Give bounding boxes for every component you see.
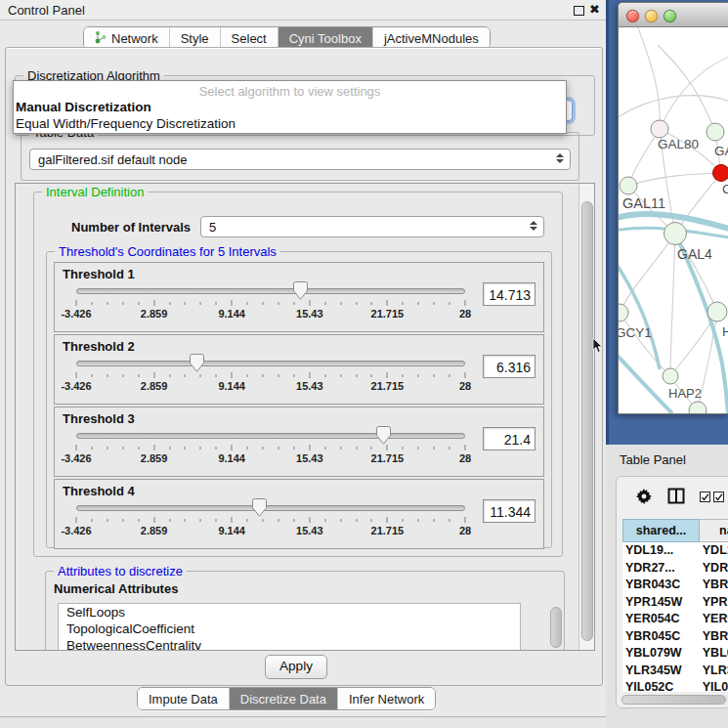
list-scrollbar[interactable] (550, 605, 562, 651)
cell-name[interactable]: YBL0 (699, 645, 728, 663)
tab-cyni-toolbox[interactable]: Cyni Toolbox (278, 27, 373, 49)
attribute-list-item[interactable]: BetweennessCentrality (59, 637, 520, 651)
threshold-value-field[interactable]: 11.344 (483, 499, 535, 523)
cell-shared-name[interactable]: YLR345W (622, 663, 699, 680)
tab-jactivemnodules[interactable]: jActiveMNodules (373, 27, 490, 49)
cell-name[interactable]: YBR0 (699, 577, 728, 594)
threshold-slider[interactable]: -3.4262.8599.14415.4321.71528 (76, 499, 465, 544)
tab-label: Impute Data (149, 692, 218, 707)
cell-name[interactable]: YER0 (699, 611, 728, 628)
attribute-list-item[interactable]: TopologicalCoefficient (59, 621, 520, 637)
list-scrollbar-thumb[interactable] (550, 607, 562, 648)
table-row[interactable]: YLR345WYLR3 (622, 663, 728, 680)
slider-thumb[interactable] (376, 426, 391, 445)
table-data-select[interactable]: galFiltered.sif default node (29, 149, 571, 170)
table-row[interactable]: YPR145WYPR1 (622, 594, 728, 612)
tick-mark (278, 302, 278, 305)
network-nodes[interactable] (619, 120, 728, 413)
tab-network[interactable]: Network (84, 27, 170, 49)
network-canvas[interactable]: GAL80GACGAL11GAL4GCY1HHAP2 (619, 27, 728, 413)
threshold-value-field[interactable]: 6.316 (483, 355, 535, 378)
slider-thumb[interactable] (293, 281, 308, 300)
slider-track[interactable] (76, 288, 465, 294)
slider-thumb[interactable] (190, 354, 204, 372)
checkbox-icon[interactable] (713, 492, 725, 503)
column-header-shared[interactable]: shared... (622, 519, 700, 542)
cell-shared-name[interactable]: YBL079W (622, 645, 699, 663)
bottom-tab-impute-data[interactable]: Impute Data (138, 688, 230, 709)
table-row[interactable]: YBR045CYBR0 (622, 628, 728, 646)
tick-mark (91, 302, 92, 305)
tick-mark (200, 519, 201, 522)
zoom-traffic-light[interactable] (664, 10, 676, 22)
tab-select[interactable]: Select (221, 27, 278, 49)
vertical-scrollbar-thumb[interactable] (581, 201, 593, 641)
slider-thumb[interactable] (252, 498, 267, 517)
cell-name[interactable]: YDR2 (699, 560, 728, 578)
tick-mark (403, 374, 404, 377)
column-header-name[interactable]: na (700, 519, 728, 542)
horizontal-scrollbar-thumb[interactable] (621, 695, 726, 705)
threshold-slider[interactable]: -3.4262.8599.14415.4321.71528 (76, 427, 465, 472)
gear-icon[interactable] (636, 489, 652, 504)
close-traffic-light[interactable] (626, 10, 639, 22)
slider-track[interactable] (76, 361, 465, 366)
network-node[interactable] (619, 304, 628, 321)
cell-name[interactable]: YDL1 (699, 542, 728, 560)
float-window-icon[interactable] (574, 6, 584, 16)
table-row[interactable]: YIL052CYIL0 (622, 679, 728, 692)
bottom-tab-discretize-data[interactable]: Discretize Data (230, 688, 338, 709)
table-row[interactable]: YER054CYER0 (622, 611, 728, 628)
network-node[interactable] (707, 123, 724, 141)
column-layout-icon[interactable] (667, 488, 685, 504)
tick-mark (450, 302, 450, 305)
attribute-list-item[interactable]: SelfLoops (59, 604, 520, 621)
network-window-titlebar[interactable] (619, 3, 728, 27)
network-node[interactable] (713, 165, 728, 182)
cell-shared-name[interactable]: YBR045C (622, 628, 699, 646)
cell-shared-name[interactable]: YPR145W (622, 594, 699, 612)
cell-shared-name[interactable]: YIL052C (622, 679, 699, 692)
tick-mark (216, 374, 217, 377)
popup-item-manual-discretization[interactable]: Manual Discretization (14, 99, 566, 115)
table-row[interactable]: YBR043CYBR0 (622, 577, 728, 594)
network-node[interactable] (620, 177, 637, 194)
cell-name[interactable]: YPR1 (699, 594, 728, 612)
network-node[interactable] (663, 368, 678, 384)
minimize-traffic-light[interactable] (645, 10, 658, 22)
network-node[interactable] (664, 223, 687, 245)
intervals-select[interactable]: 5 (200, 216, 544, 237)
table-row[interactable]: YDR27...YDR2 (622, 560, 728, 578)
apply-button[interactable]: Apply (265, 655, 327, 679)
cell-shared-name[interactable]: YBR043C (622, 577, 699, 594)
algorithm-dropdown-popup: Select algorithm to view settings Manual… (13, 80, 567, 134)
threshold-value-field[interactable]: 14.713 (483, 282, 535, 306)
popup-item-equal-width[interactable]: Equal Width/Frequency Discretization (14, 115, 566, 132)
checkbox-icon[interactable] (700, 492, 711, 503)
table-row[interactable]: YDL19...YDL1 (622, 542, 728, 560)
slider-track[interactable] (76, 505, 465, 511)
cell-name[interactable]: YLR3 (699, 663, 728, 680)
bottom-tab-infer-network[interactable]: Infer Network (338, 688, 435, 709)
tick-mark (418, 302, 419, 305)
tab-style[interactable]: Style (170, 27, 221, 49)
cell-shared-name[interactable]: YDL19... (622, 542, 699, 560)
horizontal-scrollbar[interactable] (621, 695, 728, 705)
numerical-attributes-list[interactable]: SelfLoopsTopologicalCoefficientBetweenne… (58, 603, 521, 651)
slider-track[interactable] (76, 433, 465, 439)
cell-name[interactable]: YIL0 (699, 679, 728, 692)
threshold-slider[interactable]: -3.4262.8599.14415.4321.71528 (76, 282, 465, 327)
vertical-scrollbar[interactable] (578, 184, 594, 650)
network-node[interactable] (707, 302, 727, 321)
threshold-value-field[interactable]: 21.4 (483, 427, 535, 450)
scale-label: -3.426 (61, 452, 91, 464)
network-node[interactable] (651, 120, 668, 138)
cell-shared-name[interactable]: YDR27... (622, 560, 699, 578)
cell-name[interactable]: YBR0 (699, 628, 728, 646)
tick-mark (247, 374, 248, 377)
threshold-slider[interactable]: -3.4262.8599.14415.4321.71528 (76, 355, 465, 400)
tick-mark (465, 517, 466, 523)
table-row[interactable]: YBL079WYBL0 (622, 645, 728, 663)
cell-shared-name[interactable]: YER054C (622, 611, 699, 628)
close-icon[interactable]: ✖ (589, 2, 600, 17)
